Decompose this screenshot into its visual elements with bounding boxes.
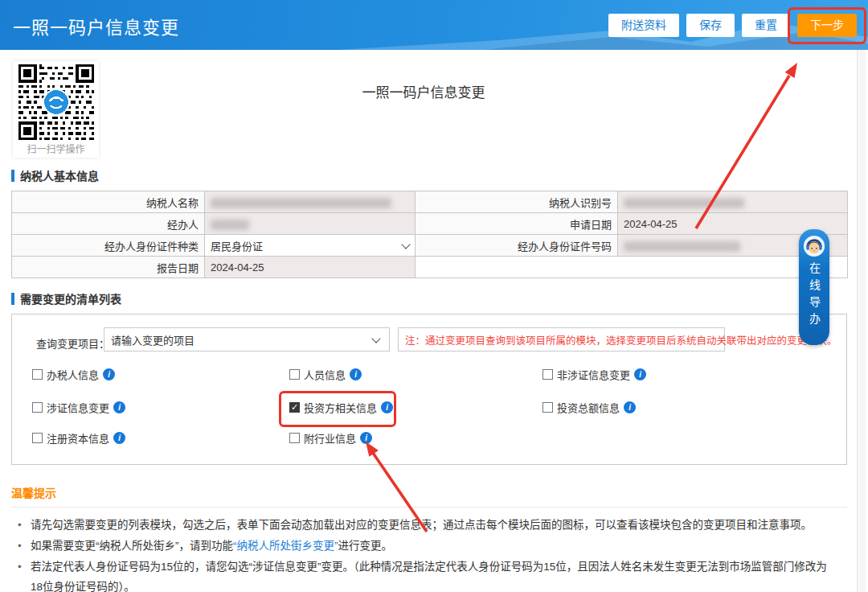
basic-info-table: 纳税人名称 纳税人识别号 经办人 申请日期 2024-04-25 经办人身份证件… (11, 191, 848, 278)
agent-id-type-select[interactable]: 居民身份证 (205, 235, 416, 257)
info-icon[interactable] (103, 368, 115, 380)
street-change-link[interactable]: “纳税人所处街乡变更” (233, 540, 338, 552)
agent-id-type-value: 居民身份证 (211, 238, 263, 253)
agent-id-type-label: 经办人身份证件种类 (12, 235, 205, 257)
chevron-down-icon (401, 240, 410, 249)
query-note-text: 注：通过变更项目查询到该项目所属的模块，选择变更项目后系统自动关联带出对应的变更… (405, 332, 837, 347)
tip-text: 进行变更。 (338, 540, 393, 552)
form-title: 一照一码户信息变更 (0, 81, 847, 101)
tip-text: 如果需要变更“纳税人所处街乡”，请到功能 (31, 540, 233, 552)
tip-item: 如果需要变更“纳税人所处街乡”，请到功能“纳税人所处街乡变更”进行变更。 (11, 536, 831, 556)
attach-materials-button[interactable]: 附送资料 (608, 14, 679, 37)
tip-item: 请先勾选需要变更的列表模块，勾选之后，表单下面会动态加载出对应的变更信息表；通过… (11, 515, 831, 535)
checkbox-label: 投资总额信息 (557, 400, 620, 415)
checkbox-item-investor-related-info[interactable]: 投资方相关信息 (289, 399, 393, 415)
header-buttons: 附送资料 保存 重置 下一步 (608, 14, 857, 37)
checkbox-label: 办税人信息 (47, 367, 99, 382)
table-row: 纳税人名称 纳税人识别号 (12, 191, 848, 213)
checkbox-item-non-license-info-change[interactable]: 非涉证信息变更 (542, 366, 646, 382)
info-icon[interactable] (381, 401, 393, 413)
tips-title: 温馨提示 (11, 484, 56, 500)
redacted-value (211, 198, 391, 208)
taxpayer-id-value (618, 191, 848, 213)
checkbox[interactable] (32, 402, 43, 413)
tips-list: 请先勾选需要变更的列表模块，勾选之后，表单下面会动态加载出对应的变更信息表；通过… (11, 515, 831, 592)
report-date-value: 2024-04-25 (205, 257, 416, 278)
taxpayer-name-value (205, 191, 416, 213)
taxpayer-name-label: 纳税人名称 (12, 191, 205, 213)
qr-caption: 扫一扫学操作 (13, 142, 99, 155)
next-step-button[interactable]: 下一步 (797, 14, 857, 37)
tip-text: 请先勾选需要变更的列表模块，勾选之后，表单下面会动态加载出对应的变更信息表；通过… (31, 519, 812, 531)
info-icon[interactable] (624, 401, 636, 413)
checkbox-item-license-info-change[interactable]: 涉证信息变更 (32, 399, 125, 415)
divider (11, 507, 847, 508)
info-icon[interactable] (113, 432, 125, 444)
query-note-box: 注：通过变更项目查询到该项目所属的模块，选择变更项目后系统自动关联带出对应的变更… (398, 327, 725, 352)
checkbox-label: 附行业信息 (304, 430, 356, 446)
section-change-list-header: 需要变更的清单列表 (11, 290, 121, 306)
section-marker (11, 293, 14, 305)
reset-button[interactable]: 重置 (742, 14, 790, 37)
customer-service-avatar-icon (803, 235, 825, 257)
table-row: 报告日期 2024-04-25 (12, 257, 848, 278)
section-basic-info-header: 纳税人基本信息 (11, 167, 99, 183)
info-icon[interactable] (360, 432, 372, 444)
checkbox-label: 非涉证信息变更 (557, 367, 630, 382)
qr-card: 扫一扫学操作 (13, 61, 99, 158)
checkbox[interactable] (289, 433, 300, 443)
query-item-label: 查询变更项目： (36, 335, 109, 351)
page-title: 一照一码户信息变更 (13, 13, 179, 39)
checkbox-item-tax-handler-info[interactable]: 办税人信息 (32, 366, 115, 382)
checkbox-item-attached-industry-info[interactable]: 附行业信息 (289, 430, 372, 446)
checkbox[interactable] (289, 369, 300, 380)
checkbox-label: 投资方相关信息 (304, 400, 377, 415)
online-guide-widget[interactable]: 在线导办 (799, 229, 829, 345)
checkbox-item-total-investment-info[interactable]: 投资总额信息 (542, 399, 636, 415)
info-icon[interactable] (113, 401, 125, 413)
query-item-combobox[interactable]: 请输入变更的项目 (104, 327, 390, 352)
table-row: 经办人 申请日期 2024-04-25 (12, 213, 848, 235)
save-button[interactable]: 保存 (686, 14, 735, 37)
apply-date-label: 申请日期 (416, 213, 618, 235)
checkbox-label: 人员信息 (304, 367, 346, 382)
info-icon[interactable] (350, 368, 362, 380)
tip-text: 若法定代表人身份证号码为15位的，请您勾选“涉证信息变更”变更。（此种情况是指法… (31, 561, 827, 592)
tip-item: 若法定代表人身份证号码为15位的，请您勾选“涉证信息变更”变更。（此种情况是指法… (11, 557, 831, 592)
empty-cell (416, 257, 848, 278)
table-row: 经办人身份证件种类 居民身份证 经办人身份证件号码 (12, 235, 848, 257)
section-title: 需要变更的清单列表 (20, 290, 121, 306)
redacted-value (211, 220, 249, 230)
checkbox-item-personnel-info[interactable]: 人员信息 (289, 366, 362, 382)
info-icon[interactable] (634, 368, 646, 380)
redacted-value (624, 241, 740, 252)
combobox-placeholder: 请输入变更的项目 (111, 332, 194, 347)
section-title: 纳税人基本信息 (20, 167, 99, 183)
checkbox[interactable] (542, 369, 553, 380)
checkbox-item-registered-capital-info[interactable]: 注册资本信息 (32, 430, 125, 446)
page: 一照一码户信息变更 附送资料 保存 重置 下一步 (0, 0, 868, 592)
section-marker (11, 170, 14, 182)
online-guide-label: 在线导办 (806, 262, 822, 330)
checkbox-label: 涉证信息变更 (47, 400, 109, 415)
qr-code-image (18, 64, 94, 140)
checkbox-label: 注册资本信息 (47, 430, 109, 446)
checkbox[interactable] (32, 433, 43, 443)
agent-id-no-label: 经办人身份证件号码 (416, 235, 618, 257)
checkbox[interactable] (289, 402, 300, 413)
checkbox[interactable] (542, 402, 553, 413)
agent-value (205, 213, 416, 235)
scrollbar-track[interactable] (857, 50, 866, 592)
checkbox[interactable] (32, 369, 43, 380)
redacted-value (624, 198, 744, 208)
taxpayer-id-label: 纳税人识别号 (416, 191, 618, 213)
agent-label: 经办人 (12, 213, 205, 235)
page-header: 一照一码户信息变更 附送资料 保存 重置 下一步 (0, 0, 868, 50)
report-date-label: 报告日期 (12, 257, 205, 278)
chevron-down-icon (371, 334, 380, 343)
